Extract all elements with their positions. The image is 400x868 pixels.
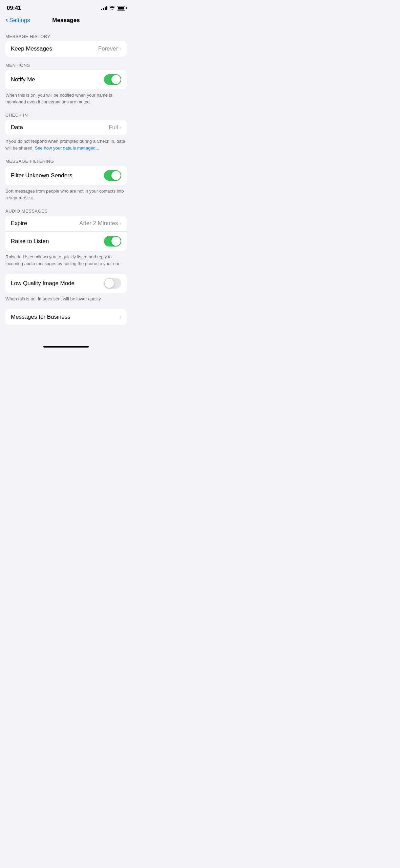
back-button[interactable]: ‹ Settings (5, 17, 30, 24)
messages-for-business-chevron-icon: › (119, 314, 121, 320)
battery-icon (117, 6, 125, 11)
signal-bars-icon (101, 6, 107, 10)
notify-me-row: Notify Me (5, 70, 127, 89)
low-quality-image-mode-label: Low Quality Image Mode (11, 280, 75, 287)
check-in-link[interactable]: See how your data is managed... (35, 145, 99, 151)
data-label: Data (11, 124, 23, 131)
message-filtering-card: Filter Unknown Senders (5, 166, 127, 185)
low-quality-image-mode-toggle[interactable] (104, 278, 121, 289)
section-header-message-filtering: MESSAGE FILTERING (0, 153, 132, 166)
check-in-card: Data Full › (5, 120, 127, 135)
wifi-icon (109, 5, 115, 11)
content: MESSAGE HISTORY Keep Messages Forever › … (0, 28, 132, 336)
message-history-card: Keep Messages Forever › (5, 41, 127, 57)
raise-to-listen-toggle[interactable] (104, 236, 121, 246)
low-quality-image-mode-toggle-thumb (105, 279, 114, 288)
expire-value: After 2 Minutes › (79, 220, 121, 227)
home-indicator (0, 343, 132, 350)
mentions-description: When this is on, you will be notified wh… (0, 89, 132, 106)
audio-messages-description: Raise to Listen allows you to quickly li… (0, 251, 132, 268)
raise-to-listen-row: Raise to Listen (5, 231, 127, 251)
keep-messages-row[interactable]: Keep Messages Forever › (5, 41, 127, 57)
data-chevron-icon: › (119, 124, 121, 131)
notify-me-toggle-thumb (111, 75, 121, 84)
low-quality-image-card: Low Quality Image Mode (5, 274, 127, 293)
home-bar (43, 346, 89, 348)
section-header-check-in: CHECK IN (0, 106, 132, 120)
notify-me-label: Notify Me (11, 76, 35, 83)
check-in-description: If you do not respond when prompted duri… (0, 135, 132, 153)
data-value-text: Full (109, 124, 118, 131)
keep-messages-value: Forever › (98, 45, 121, 52)
keep-messages-value-text: Forever (98, 45, 118, 52)
low-quality-image-description: When this is on, images sent will be low… (0, 293, 132, 304)
back-label: Settings (9, 17, 30, 24)
back-chevron-icon: ‹ (5, 16, 8, 24)
nav-bar: ‹ Settings Messages (0, 14, 132, 28)
filter-unknown-senders-label: Filter Unknown Senders (11, 172, 72, 179)
section-header-audio-messages: AUDIO MESSAGES (0, 202, 132, 216)
mentions-card: Notify Me (5, 70, 127, 89)
message-filtering-description: Sort messages from people who are not in… (0, 185, 132, 202)
status-bar: 09:41 (0, 0, 132, 14)
filter-unknown-senders-row: Filter Unknown Senders (5, 166, 127, 185)
section-header-message-history: MESSAGE HISTORY (0, 28, 132, 41)
messages-for-business-row[interactable]: Messages for Business › (5, 309, 127, 325)
section-header-mentions: MENTIONS (0, 57, 132, 70)
audio-messages-card: Expire After 2 Minutes › Raise to Listen (5, 216, 127, 251)
filter-unknown-senders-toggle-thumb (111, 171, 121, 180)
raise-to-listen-toggle-thumb (111, 237, 121, 246)
low-quality-image-mode-row: Low Quality Image Mode (5, 274, 127, 293)
messages-for-business-value: › (119, 314, 121, 320)
messages-for-business-label: Messages for Business (11, 314, 70, 320)
status-icons (101, 5, 125, 11)
expire-row[interactable]: Expire After 2 Minutes › (5, 216, 127, 231)
filter-unknown-senders-toggle[interactable] (104, 170, 121, 181)
data-value: Full › (109, 124, 121, 131)
notify-me-toggle[interactable] (104, 74, 121, 85)
page-title: Messages (52, 17, 80, 24)
data-row[interactable]: Data Full › (5, 120, 127, 135)
expire-label: Expire (11, 220, 27, 227)
expire-value-text: After 2 Minutes (79, 220, 118, 227)
battery-fill (118, 7, 124, 9)
keep-messages-label: Keep Messages (11, 45, 52, 52)
keep-messages-chevron-icon: › (119, 45, 121, 52)
status-time: 09:41 (7, 5, 21, 12)
messages-for-business-card: Messages for Business › (5, 309, 127, 325)
raise-to-listen-label: Raise to Listen (11, 238, 49, 245)
expire-chevron-icon: › (119, 220, 121, 227)
